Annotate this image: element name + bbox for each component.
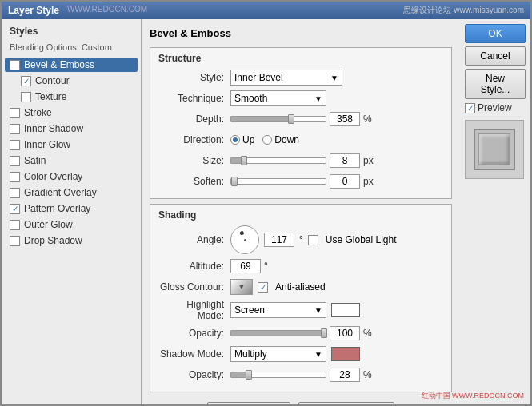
watermark-right: 思缘设计论坛 www.missyuan.com xyxy=(403,5,524,16)
highlight-opacity-thumb[interactable] xyxy=(321,328,327,338)
sidebar-item-inner-glow[interactable]: Inner Glow xyxy=(5,137,138,152)
main-panel: Bevel & Emboss Structure Style: Inner Be… xyxy=(142,19,460,404)
shadow-color-swatch[interactable] xyxy=(331,347,360,361)
gloss-contour-swatch[interactable]: ▼ xyxy=(230,279,253,295)
inner-glow-checkbox[interactable] xyxy=(10,140,20,150)
down-radio-button[interactable] xyxy=(262,135,272,145)
angle-circle[interactable] xyxy=(230,225,259,254)
angle-center-dot xyxy=(244,239,246,241)
contour-checkbox[interactable] xyxy=(21,76,31,86)
altitude-row: Altitude: ° xyxy=(158,257,443,275)
depth-thumb[interactable] xyxy=(288,114,294,124)
drop-shadow-checkbox[interactable] xyxy=(10,236,20,246)
depth-slider[interactable] xyxy=(230,116,326,122)
shadow-opacity-unit: % xyxy=(363,369,376,380)
right-panel: OK Cancel New Style... Preview xyxy=(460,19,530,404)
anti-aliased-checkbox[interactable] xyxy=(258,282,268,293)
depth-label: Depth: xyxy=(158,113,230,125)
soften-value[interactable] xyxy=(330,174,360,189)
angle-row: Angle: ° Use Global Light xyxy=(158,225,443,254)
blending-options-label[interactable]: Blending Options: Custom xyxy=(5,42,138,53)
technique-dropdown[interactable]: Smooth ▼ xyxy=(230,90,326,106)
angle-label: Angle: xyxy=(158,234,230,245)
shadow-mode-row: Shadow Mode: Multiply ▼ xyxy=(158,345,443,363)
size-thumb[interactable] xyxy=(241,156,247,165)
preview-inner xyxy=(474,129,515,170)
satin-checkbox[interactable] xyxy=(10,156,20,166)
inner-shadow-checkbox[interactable] xyxy=(10,124,20,134)
sidebar-item-texture[interactable]: Texture xyxy=(5,90,138,104)
sidebar-item-stroke[interactable]: Stroke xyxy=(5,105,138,120)
direction-up-radio[interactable]: Up xyxy=(230,134,254,145)
global-light-checkbox[interactable] xyxy=(308,235,318,245)
color-overlay-checkbox[interactable] xyxy=(10,172,20,182)
highlight-color-swatch[interactable] xyxy=(331,303,360,317)
highlight-opacity-unit: % xyxy=(363,328,376,339)
gradient-overlay-checkbox[interactable] xyxy=(10,188,20,198)
altitude-value[interactable] xyxy=(230,259,261,273)
shadow-opacity-thumb[interactable] xyxy=(246,370,252,380)
ok-button[interactable]: OK xyxy=(465,24,526,43)
up-radio-button[interactable] xyxy=(230,135,240,145)
highlight-mode-label: Highlight Mode: xyxy=(158,299,230,321)
sidebar-item-color-overlay[interactable]: Color Overlay xyxy=(5,169,138,184)
sidebar-item-satin[interactable]: Satin xyxy=(5,153,138,168)
make-default-button[interactable]: Make Default xyxy=(207,402,291,404)
angle-deg: ° xyxy=(299,234,303,245)
soften-thumb[interactable] xyxy=(231,177,238,186)
title-bar: Layer Style WWW.REDOCN.COM 思缘设计论坛 www.mi… xyxy=(2,2,530,19)
angle-dot xyxy=(239,230,245,236)
pattern-overlay-checkbox[interactable] xyxy=(10,204,20,214)
altitude-label: Altitude: xyxy=(158,261,230,272)
bottom-buttons: Make Default Reset to Default xyxy=(150,397,452,404)
sidebar-item-bevel-emboss[interactable]: Bevel & Emboss xyxy=(5,58,138,72)
shading-section: Shading Angle: ° Use Global Light xyxy=(150,204,452,392)
sidebar-item-outer-glow[interactable]: Outer Glow xyxy=(5,217,138,232)
reset-to-default-button[interactable]: Reset to Default xyxy=(298,402,394,404)
size-value[interactable] xyxy=(330,153,360,168)
size-slider[interactable] xyxy=(230,157,326,164)
gloss-contour-label: Gloss Contour: xyxy=(158,281,230,293)
shadow-dropdown-arrow: ▼ xyxy=(314,350,322,359)
preview-checkbox[interactable] xyxy=(465,103,475,113)
outer-glow-checkbox[interactable] xyxy=(10,220,20,230)
sidebar-item-pattern-overlay[interactable]: Pattern Overlay xyxy=(5,201,138,216)
new-style-button[interactable]: New Style... xyxy=(465,69,526,99)
highlight-opacity-row: Opacity: % xyxy=(158,324,443,342)
depth-value[interactable] xyxy=(330,112,360,126)
direction-label: Direction: xyxy=(158,134,230,145)
texture-checkbox[interactable] xyxy=(21,92,31,102)
depth-row: Depth: % xyxy=(158,110,443,128)
layer-style-dialog: Layer Style WWW.REDOCN.COM 思缘设计论坛 www.mi… xyxy=(0,0,532,406)
style-label: Style: xyxy=(158,72,230,83)
highlight-opacity-slider[interactable] xyxy=(230,330,326,336)
shadow-opacity-value[interactable] xyxy=(330,368,360,382)
soften-row: Soften: px xyxy=(158,173,443,190)
cancel-button[interactable]: Cancel xyxy=(465,46,526,66)
angle-value[interactable] xyxy=(264,233,294,247)
gloss-contour-row: Gloss Contour: ▼ Anti-aliased xyxy=(158,278,443,296)
soften-unit: px xyxy=(363,176,376,187)
sidebar-item-drop-shadow[interactable]: Drop Shadow xyxy=(5,233,138,248)
soften-slider[interactable] xyxy=(230,178,326,185)
shading-title: Shading xyxy=(158,209,443,221)
sidebar-item-gradient-overlay[interactable]: Gradient Overlay xyxy=(5,185,138,200)
sidebar-item-contour[interactable]: Contour xyxy=(5,74,138,88)
direction-down-radio[interactable]: Down xyxy=(262,134,299,145)
stroke-checkbox[interactable] xyxy=(10,108,20,118)
bevel-emboss-checkbox[interactable] xyxy=(10,60,20,70)
technique-label: Technique: xyxy=(158,93,230,104)
soften-label: Soften: xyxy=(158,176,230,187)
style-dropdown[interactable]: Inner Bevel ▼ xyxy=(230,70,342,86)
sidebar-item-inner-shadow[interactable]: Inner Shadow xyxy=(5,121,138,136)
shadow-mode-dropdown[interactable]: Multiply ▼ xyxy=(230,346,326,362)
style-dropdown-arrow: ▼ xyxy=(330,74,338,82)
global-light-label: Use Global Light xyxy=(326,234,397,245)
highlight-opacity-label: Opacity: xyxy=(158,328,230,339)
shadow-opacity-row: Opacity: % xyxy=(158,366,443,384)
highlight-dropdown-arrow: ▼ xyxy=(314,306,322,315)
altitude-deg: ° xyxy=(264,261,268,272)
highlight-opacity-value[interactable] xyxy=(330,326,360,340)
shadow-opacity-slider[interactable] xyxy=(230,372,326,378)
highlight-mode-dropdown[interactable]: Screen ▼ xyxy=(230,302,326,318)
